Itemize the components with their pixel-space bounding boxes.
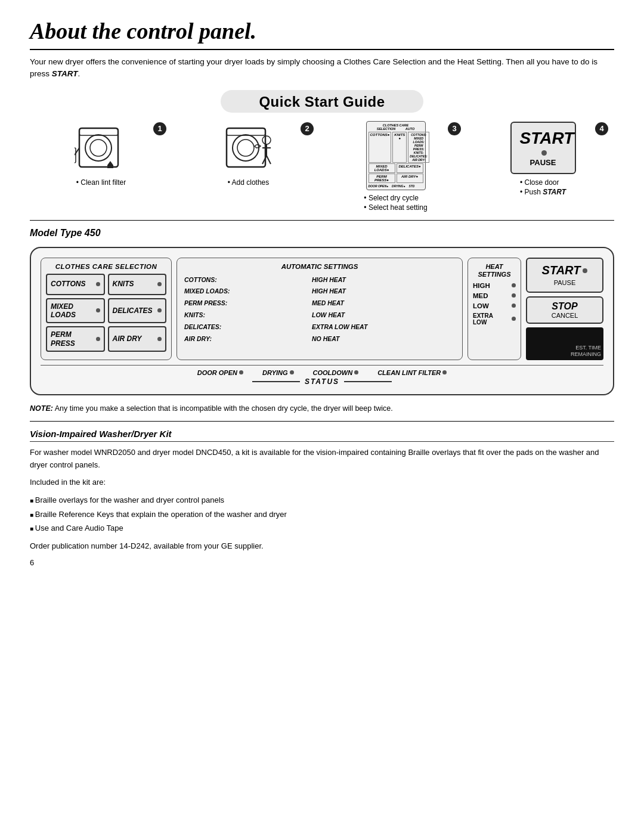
step-3-bullet-2: Select heat setting <box>364 203 427 212</box>
dryer-illustration-2 <box>222 122 275 173</box>
intro-paragraph: Your new dryer offers the convenience of… <box>30 56 614 80</box>
svg-point-9 <box>233 135 259 161</box>
step-1-image <box>30 121 172 175</box>
model-type-label: Model Type 450 <box>30 228 614 239</box>
step-4-badge: 4 <box>595 122 608 135</box>
vision-list: Braille overlays for the washer and drye… <box>30 493 614 535</box>
delicates-indicator <box>157 308 162 312</box>
pause-label: PAUSE <box>554 279 575 286</box>
heat-high[interactable]: HIGH <box>473 282 516 289</box>
ccs-button-air-dry[interactable]: AIR DRY <box>108 326 167 352</box>
mini-control-panel: CLOTHES CARE SELECTION AUTO COTTONS● KNI… <box>366 121 426 190</box>
qsg-title: Quick Start Guide <box>259 94 385 110</box>
ccs-button-knits[interactable]: KNITS <box>108 274 167 295</box>
status-line-right <box>344 381 392 382</box>
step-2-badge: 2 <box>301 122 314 135</box>
auto-row-delicates: DELICATES:EXTRA LOW HEAT <box>184 322 455 333</box>
step-2-bullets: Add clothes <box>228 178 270 188</box>
cottons-indicator <box>96 282 100 286</box>
step-3-badge: 3 <box>448 122 461 135</box>
step-2-bullet-1: Add clothes <box>228 178 270 187</box>
start-label: START <box>520 129 574 147</box>
cooldown-dot <box>354 370 358 374</box>
heat-med-indicator <box>512 293 516 298</box>
dryer-illustration-1 <box>75 122 128 173</box>
right-controls: START PAUSE STOP CANCEL EST. TIMEREMAINI… <box>526 258 603 360</box>
step-1-badge: 1 <box>153 122 166 135</box>
status-label: STATUS <box>305 377 339 386</box>
step-4-bullet-1: Close door <box>520 178 566 187</box>
ccs-button-mixed-loads[interactable]: MIXEDLOADS <box>46 298 105 324</box>
step-3: 3 CLOTHES CARE SELECTION AUTO COTTONS● K… <box>324 121 467 213</box>
auto-row-knits: KNITS:LOW HEAT <box>184 310 455 321</box>
status-section: DOOR OPEN DRYING COOLDOWN CLEAN LINT FIL… <box>41 365 603 386</box>
auto-settings-table: COTTONS:HIGH HEAT MIXED LOADS:HIGH HEAT … <box>183 274 456 346</box>
start-big-label: START <box>533 264 596 277</box>
mixed-loads-indicator <box>96 308 100 312</box>
ccs-button-cottons[interactable]: COTTONS <box>46 274 105 295</box>
heat-low[interactable]: LOW <box>473 302 516 309</box>
page-title: About the control panel. <box>30 18 614 50</box>
step-1: 1 Clean lint filter <box>30 121 172 188</box>
auto-row-perm: PERM PRESS:MED HEAT <box>184 298 455 309</box>
stop-big-label: STOP <box>533 301 596 312</box>
heat-med[interactable]: MED <box>473 292 516 299</box>
status-drying: DRYING <box>262 369 294 376</box>
step-4: 4 START PAUSE Close door Push START <box>472 121 614 197</box>
perm-press-indicator <box>96 337 100 341</box>
note-label: NOTE: <box>30 404 53 413</box>
knits-indicator <box>157 282 162 286</box>
svg-marker-5 <box>107 161 113 165</box>
status-cooldown: COOLDOWN <box>313 369 359 376</box>
svg-point-1 <box>85 135 112 161</box>
auto-row-cottons: COTTONS:HIGH HEAT <box>184 275 455 286</box>
heat-low-indicator <box>512 304 516 308</box>
ccs-button-perm-press[interactable]: PERMPRESS <box>46 326 105 352</box>
start-dot <box>583 268 587 273</box>
pause-label: PAUSE <box>530 158 556 167</box>
vision-para-2: Included in the kit are: <box>30 476 614 489</box>
step-1-bullets: Clean lint filter <box>76 178 126 188</box>
door-open-dot <box>239 370 243 374</box>
step-2-image <box>177 121 320 175</box>
stop-cancel-button[interactable]: STOP CANCEL <box>526 296 603 324</box>
divider-2 <box>30 421 614 422</box>
step-4-bullet-2: Push START <box>520 188 566 196</box>
ccs-buttons-grid: COTTONS KNITS MIXEDLOADS DELICATES PERMP… <box>46 274 166 352</box>
svg-line-16 <box>267 156 271 164</box>
heat-extra-low[interactable]: EXTRALOW <box>473 312 516 326</box>
note-paragraph: NOTE: Any time you make a selection that… <box>30 404 614 414</box>
drying-dot <box>290 370 294 374</box>
divider-1 <box>30 220 614 221</box>
heat-extra-low-indicator <box>512 317 516 321</box>
page-number: 6 <box>30 558 614 567</box>
heat-settings: HEATSETTINGS HIGH MED LOW EXTRALOW <box>467 258 521 360</box>
time-remaining-display: EST. TIMEREMAINING <box>526 327 603 360</box>
heat-high-indicator <box>512 283 516 287</box>
vision-list-item-1: Braille overlays for the washer and drye… <box>30 493 614 507</box>
automatic-settings: AUTOMATIC SETTINGS COTTONS:HIGH HEAT MIX… <box>177 258 463 360</box>
step-3-image: CLOTHES CARE SELECTION AUTO COTTONS● KNI… <box>324 121 467 190</box>
status-clean-lint: CLEAN LINT FILTER <box>377 369 447 376</box>
vision-para-1: For washer model WNRD2050 and dryer mode… <box>30 447 614 472</box>
step-4-image: START PAUSE <box>472 121 614 175</box>
ccs-button-delicates[interactable]: DELICATES <box>108 298 167 324</box>
step-3-bullets: Select dry cycle Select heat setting <box>364 194 427 213</box>
start-pause-box[interactable]: START PAUSE <box>510 122 576 174</box>
cp-top-section: CLOTHES CARE SELECTION COTTONS KNITS MIX… <box>41 258 603 360</box>
vision-impaired-title: Vision-Impaired Washer/Dryer Kit <box>30 429 614 442</box>
svg-point-12 <box>262 136 271 144</box>
cancel-small-label: CANCEL <box>533 312 596 319</box>
start-pause-button[interactable]: START PAUSE <box>526 258 603 293</box>
svg-point-10 <box>237 140 254 156</box>
step-3-bullet-1: Select dry cycle <box>364 194 427 202</box>
clothes-care-selection: CLOTHES CARE SELECTION COTTONS KNITS MIX… <box>41 258 172 360</box>
step-4-bullets: Close door Push START <box>520 178 566 197</box>
air-dry-indicator <box>157 337 162 341</box>
status-door-open: DOOR OPEN <box>197 369 243 376</box>
svg-rect-7 <box>75 148 76 163</box>
svg-rect-4 <box>107 165 113 168</box>
control-panel: CLOTHES CARE SELECTION COTTONS KNITS MIX… <box>30 247 614 395</box>
svg-point-2 <box>90 140 107 156</box>
auto-row-mixed: MIXED LOADS:HIGH HEAT <box>184 286 455 297</box>
